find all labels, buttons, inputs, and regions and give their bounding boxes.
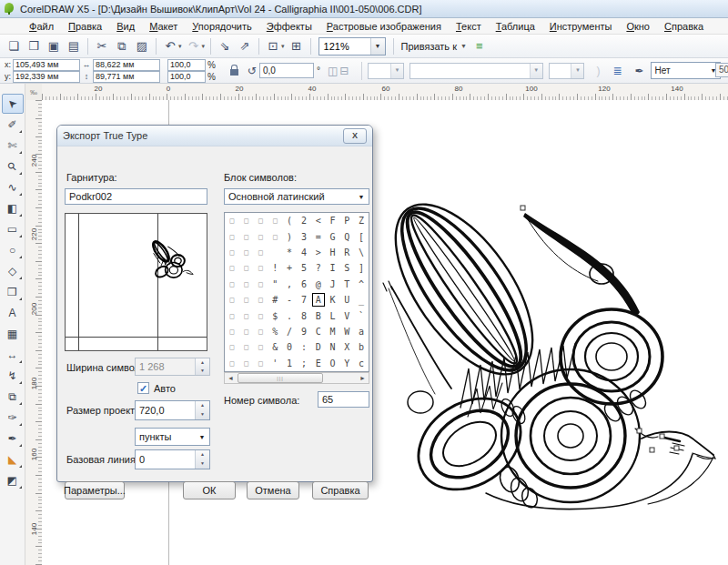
cut-button[interactable]: ✂ <box>92 36 112 56</box>
char-cell[interactable]: Q <box>339 228 354 244</box>
char-cell[interactable]: 9 <box>297 324 311 339</box>
help-button[interactable]: Справка <box>312 481 369 499</box>
menu-table[interactable]: Таблица <box>489 19 542 34</box>
scroll-left-icon[interactable]: ◄ <box>225 375 237 381</box>
char-cell[interactable]: □ <box>225 339 239 355</box>
char-cell[interactable]: □ <box>239 245 254 260</box>
char-cell[interactable]: H <box>326 245 340 260</box>
open-button[interactable]: ❒ <box>24 36 44 56</box>
new-document-button[interactable]: ❏ <box>4 36 24 56</box>
char-cell[interactable]: ( <box>282 213 297 228</box>
close-icon[interactable]: X <box>343 128 367 144</box>
char-cell[interactable]: □ <box>254 228 268 244</box>
spinner-arrows[interactable]: ▲▼ <box>195 401 209 419</box>
char-cell[interactable]: □ <box>254 213 268 228</box>
char-cell[interactable]: % <box>268 324 282 339</box>
char-cell[interactable]: □ <box>268 213 282 228</box>
char-cell[interactable]: ` <box>354 308 369 323</box>
char-cell[interactable]: □ <box>254 356 268 371</box>
project-size-spinner[interactable]: 720,0 ▲▼ <box>135 400 210 420</box>
export-button[interactable]: ⇗ <box>235 36 255 56</box>
char-cell[interactable]: □ <box>225 292 239 308</box>
shape-tool[interactable]: ✐ <box>2 115 24 135</box>
symbol-block-combo[interactable]: Основной латинский ▼ <box>224 188 369 205</box>
char-cell[interactable]: " <box>268 277 282 292</box>
char-cell[interactable]: 5 <box>297 260 311 276</box>
char-cell[interactable]: □ <box>239 339 254 355</box>
char-cell[interactable]: b <box>354 339 369 355</box>
scroll-right-icon[interactable]: ► <box>357 375 369 381</box>
corel-connect-button[interactable]: ⊞ <box>287 36 307 56</box>
char-cell[interactable]: . <box>282 308 297 323</box>
ruler-origin-corner[interactable]: ‰ <box>25 84 43 101</box>
char-cell[interactable]: T <box>339 277 354 292</box>
menu-help[interactable]: Справка <box>657 19 711 34</box>
char-cell[interactable]: _ <box>354 292 369 308</box>
char-cell[interactable]: * <box>282 245 297 260</box>
char-cell[interactable]: W <box>339 324 354 339</box>
order-icon[interactable]: ≣ <box>612 65 622 77</box>
char-cell[interactable]: 1 <box>282 356 297 371</box>
redo-dropdown-icon[interactable]: ▾ <box>202 43 206 50</box>
vertical-ruler[interactable]: 240220200180160140 <box>25 100 43 565</box>
char-cell[interactable]: 0 <box>282 339 297 355</box>
char-cell[interactable]: C <box>311 324 326 339</box>
char-cell[interactable]: ? <box>311 260 326 276</box>
char-cell[interactable]: ] <box>354 260 369 276</box>
char-cell[interactable]: 6 <box>297 277 311 292</box>
char-cell[interactable]: □ <box>239 277 254 292</box>
char-cell[interactable]: 2 <box>297 213 311 228</box>
char-cell[interactable]: K <box>326 292 340 308</box>
zoom-tool[interactable]: ⚲ <box>2 156 24 177</box>
crop-tool[interactable]: ✄ <box>2 136 24 156</box>
options-button[interactable]: Параметры... <box>65 481 125 499</box>
char-cell[interactable]: O <box>326 356 340 371</box>
clipped-edge-field[interactable]: 50 <box>715 63 728 77</box>
scale-h-field[interactable]: 100,0 <box>167 59 206 71</box>
chevron-down-icon[interactable]: ▼ <box>370 38 385 55</box>
char-cell[interactable]: , <box>282 277 297 292</box>
menu-arrange[interactable]: Упорядочить <box>185 19 258 34</box>
char-cell[interactable]: □ <box>268 228 282 244</box>
menu-file[interactable]: Файл <box>22 19 61 34</box>
char-cell[interactable]: □ <box>239 324 254 339</box>
char-cell[interactable]: S <box>339 260 354 276</box>
char-cell[interactable]: : <box>297 339 311 355</box>
char-cell[interactable]: □ <box>239 292 254 308</box>
copy-button[interactable]: ⧉ <box>112 36 132 56</box>
char-cell[interactable]: 7 <box>297 292 311 308</box>
dialog-title-bar[interactable]: Экспорт True Type X <box>57 126 372 146</box>
application-launcher-button[interactable]: ⊡ <box>263 36 283 56</box>
char-cell[interactable]: □ <box>254 292 268 308</box>
freehand-tool[interactable]: ∿ <box>2 177 24 197</box>
blend-tool[interactable]: ⧉ <box>2 387 24 407</box>
char-cell[interactable] <box>268 245 282 260</box>
char-cell[interactable]: P <box>339 213 354 228</box>
char-cell[interactable]: M <box>326 324 340 339</box>
char-cell[interactable]: □ <box>254 308 268 323</box>
char-cell[interactable]: □ <box>239 213 254 228</box>
ellipse-tool[interactable]: ○ <box>2 240 24 260</box>
empty-combo-small-1[interactable]: ▼ <box>368 63 404 79</box>
char-cell[interactable]: ; <box>297 356 311 371</box>
char-cell[interactable]: □ <box>225 228 239 244</box>
char-cell[interactable]: / <box>282 324 297 339</box>
rotation-angle-field[interactable]: 0,0 <box>259 63 314 78</box>
polygon-tool[interactable]: ◇ <box>2 261 24 281</box>
table-tool[interactable]: ▦ <box>2 324 24 344</box>
char-cell[interactable]: □ <box>225 324 239 339</box>
outline-width-combo[interactable]: Нет ▼ <box>651 62 721 79</box>
print-button[interactable]: ▤ <box>64 36 84 56</box>
horizontal-ruler[interactable]: 20020406080100120140 <box>42 84 728 101</box>
smart-fill-tool[interactable]: ◧ <box>2 198 24 218</box>
char-cell[interactable]: L <box>326 308 340 323</box>
menu-view[interactable]: Вид <box>109 19 142 34</box>
char-cell[interactable]: J <box>326 277 340 292</box>
char-cell[interactable]: □ <box>225 277 239 292</box>
units-combo[interactable]: пункты ▼ <box>135 428 210 446</box>
scale-v-field[interactable]: 100,0 <box>167 71 206 83</box>
char-cell[interactable]: □ <box>239 228 254 244</box>
char-cell[interactable]: ^ <box>354 277 369 292</box>
calligraphic-bird-artwork[interactable] <box>373 173 728 528</box>
char-cell[interactable]: ) <box>282 228 297 244</box>
